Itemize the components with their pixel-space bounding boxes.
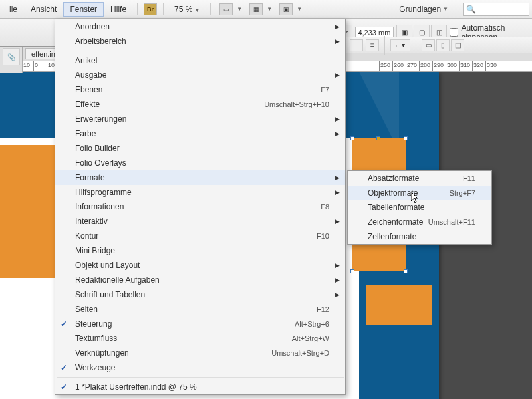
ruler-label: 270	[407, 62, 417, 68]
menu-view[interactable]: Ansicht	[24, 2, 63, 17]
menu-item-seiten[interactable]: SeitenF12	[55, 302, 345, 317]
attachment-tool-icon[interactable]: 📎	[3, 48, 20, 65]
separator	[416, 36, 416, 55]
menu-separator	[57, 377, 344, 378]
frame-icon-1[interactable]: ▭	[422, 39, 435, 51]
search-input[interactable]: 🔍	[463, 3, 529, 16]
menu-item-label: Kontur	[75, 231, 317, 241]
menu-item-label: Werkzeuge	[75, 363, 329, 372]
separator	[210, 3, 211, 15]
menu-shortcut: F7	[321, 86, 329, 94]
workspace-switcher[interactable]: Grundlagen▼	[390, 2, 458, 17]
menu-item-redaktionelle-aufgaben[interactable]: Redaktionelle Aufgaben▶	[55, 273, 345, 287]
view-options-btn[interactable]: ▣▼	[275, 3, 305, 15]
menu-item-verkn-pfungen[interactable]: VerknüpfungenUmschalt+Strg+D	[55, 346, 345, 360]
zoom-level[interactable]: 75 %▼	[174, 5, 200, 14]
ruler-label: 10	[48, 62, 55, 68]
menu-shortcut: Alt+Strg+W	[292, 334, 329, 342]
chevron-down-icon: ▼	[194, 7, 200, 13]
menu-item-label: Hilfsprogramme	[75, 188, 329, 197]
submenu-arrow-icon: ▶	[335, 262, 340, 269]
distribute-icon-2[interactable]: ≡	[366, 39, 379, 51]
submenu-arrow-icon: ▶	[335, 218, 340, 225]
menu-item-arbeitsbereich[interactable]: Arbeitsbereich▶	[55, 34, 345, 49]
bridge-icon[interactable]: Br	[144, 3, 157, 15]
menu-item-formate[interactable]: Formate▶	[55, 170, 345, 185]
menu-item-label: Ausgabe	[75, 70, 329, 80]
menu-item-folio-builder[interactable]: Folio Builder	[55, 141, 345, 156]
menu-window[interactable]: Fenster	[63, 2, 104, 17]
menu-item-werkzeuge[interactable]: ✓Werkzeuge	[55, 360, 345, 375]
grid-icon: ▦	[249, 3, 263, 15]
ruler-label: 290	[434, 62, 444, 68]
selection-handle[interactable]	[404, 136, 408, 140]
check-icon: ✓	[61, 363, 67, 372]
selection-handle[interactable]	[350, 269, 354, 273]
menu-shortcut: Umschalt+F11	[428, 218, 475, 226]
menu-item-textumfluss[interactable]: TextumflussAlt+Strg+W	[55, 331, 345, 346]
submenu-item-zellenformate[interactable]: Zellenformate	[348, 229, 491, 244]
chevron-down-icon: ▼	[443, 6, 448, 12]
menu-item-erweiterungen[interactable]: Erweiterungen▶	[55, 112, 345, 126]
menu-item-mini-bridge[interactable]: Mini Bridge	[55, 243, 345, 258]
frame-icon-3[interactable]: ◫	[451, 39, 464, 51]
menu-item-label: Seiten	[75, 305, 317, 314]
menu-item-hilfsprogramme[interactable]: Hilfsprogramme▶	[55, 185, 345, 200]
menu-item-interaktiv[interactable]: Interaktiv▶	[55, 214, 345, 229]
selection-handle[interactable]	[350, 136, 354, 140]
ruler-label: 300	[447, 62, 457, 68]
menu-shortcut: Umschalt+Strg+F10	[264, 100, 329, 108]
ruler-label: 310	[460, 62, 470, 68]
menu-item-kontur[interactable]: KonturF10	[55, 229, 345, 243]
ruler-label: 320	[473, 62, 483, 68]
screen-icon: ▭	[219, 3, 233, 15]
menu-item-anordnen[interactable]: Anordnen▶	[55, 19, 345, 34]
menu-item-effekte[interactable]: EffekteUmschalt+Strg+F10	[55, 97, 345, 112]
menu-item-label: 1 *Plakat Usertreffen.indd @ 75 %	[75, 382, 329, 392]
menu-item-label: Zellenformate	[368, 232, 475, 241]
menu-item-1-plakat-usertreffen-indd-75-[interactable]: ✓1 *Plakat Usertreffen.indd @ 75 %	[55, 380, 345, 394]
submenu-arrow-icon: ▶	[335, 72, 340, 78]
screen-mode-btn[interactable]: ▭▼	[215, 3, 245, 15]
frame-icon-2[interactable]: ▯	[436, 39, 450, 51]
selection-handle[interactable]	[404, 269, 408, 273]
menu-item-label: Absatzformate	[368, 174, 463, 183]
menu-item-objekt-und-layout[interactable]: Objekt und Layout▶	[55, 258, 345, 273]
selection-handle[interactable]	[376, 136, 380, 140]
menu-item-label: Zeichenformate	[368, 217, 428, 227]
arrange-docs-btn[interactable]: ▦▼	[245, 3, 275, 15]
menu-item-label: Schrift und Tabellen	[75, 290, 329, 299]
menu-item-farbe[interactable]: Farbe▶	[55, 126, 345, 141]
menu-table[interactable]: lle	[3, 2, 24, 17]
submenu-item-zeichenformate[interactable]: ZeichenformateUmschalt+F11	[348, 215, 491, 229]
menu-item-steuerung[interactable]: ✓SteuerungAlt+Strg+6	[55, 317, 345, 331]
submenu-arrow-icon: ▶	[335, 277, 340, 283]
separator	[137, 3, 138, 15]
submenu-arrow-icon: ▶	[335, 291, 340, 298]
menu-help[interactable]: Hilfe	[104, 2, 133, 17]
submenu-arrow-icon: ▶	[335, 174, 340, 181]
menu-item-informationen[interactable]: InformationenF8	[55, 200, 345, 214]
check-icon: ✓	[61, 382, 67, 392]
measure-input[interactable]	[355, 27, 394, 39]
window-menu: Anordnen▶Arbeitsbereich▶ArtikelAusgabe▶E…	[55, 19, 346, 395]
corner-icon[interactable]: ⌐ ▾	[390, 39, 410, 51]
mouse-cursor	[411, 192, 422, 205]
menu-item-artikel[interactable]: Artikel	[55, 53, 345, 68]
orange-block-bottom[interactable]	[366, 285, 432, 325]
menu-shortcut: F12	[317, 305, 329, 313]
menu-item-label: Folio Builder	[75, 144, 329, 153]
menu-item-ebenen[interactable]: EbenenF7	[55, 82, 345, 97]
menu-item-label: Textumfluss	[75, 334, 292, 343]
menu-item-schrift-und-tabellen[interactable]: Schrift und Tabellen▶	[55, 287, 345, 302]
submenu-item-absatzformate[interactable]: AbsatzformateF11	[348, 171, 491, 186]
submenu-arrow-icon: ▶	[335, 116, 340, 122]
menu-item-label: Erweiterungen	[75, 114, 329, 124]
menu-item-label: Objektformate	[368, 188, 450, 198]
menu-separator	[57, 51, 344, 51]
menu-shortcut: Alt+Strg+6	[295, 320, 329, 328]
menu-item-ausgabe[interactable]: Ausgabe▶	[55, 68, 345, 82]
distribute-icon[interactable]: ☰	[350, 39, 363, 51]
menu-item-folio-overlays[interactable]: Folio Overlays	[55, 156, 345, 170]
menu-shortcut: F10	[317, 232, 329, 240]
